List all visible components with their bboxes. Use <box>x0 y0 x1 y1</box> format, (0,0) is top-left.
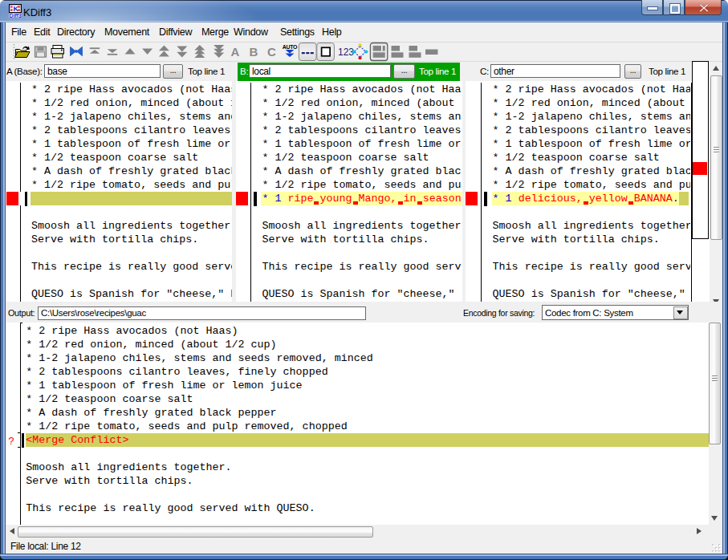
svg-text:Diff3: Diff3 <box>10 13 22 18</box>
svg-text:C: C <box>267 45 276 59</box>
svg-text:B: B <box>250 45 258 59</box>
svg-text:AUTO: AUTO <box>283 44 298 50</box>
svg-text:A: A <box>231 45 240 59</box>
svg-text:123: 123 <box>338 47 354 58</box>
